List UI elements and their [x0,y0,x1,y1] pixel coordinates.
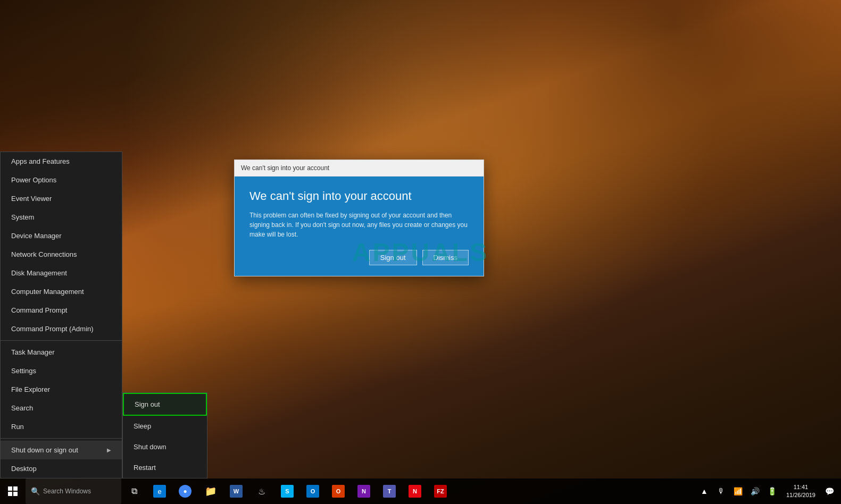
context-menu-item-shut-down-sign-out[interactable]: Shut down or sign out ▶ [1,441,122,459]
teams-icon: T [383,485,396,498]
context-menu-item-settings[interactable]: Settings [1,362,122,380]
dialog-body-text: This problem can often be fixed by signi… [249,211,469,239]
context-menu: Apps and Features Power Options Event Vi… [0,152,122,478]
office-icon: O [332,485,345,498]
context-menu-item-apps-features[interactable]: Apps and Features [1,152,122,171]
taskbar-search[interactable]: 🔍 Search Windows [26,478,121,504]
submenu-item-restart[interactable]: Restart [123,457,207,478]
windows-logo-icon [8,486,18,496]
system-clock[interactable]: 11:41 11/26/2019 [782,483,820,500]
word-icon: W [230,485,243,498]
desktop: We can't sign into your account We can't… [0,0,841,504]
outlook-icon: O [306,485,319,498]
context-menu-item-command-prompt-admin[interactable]: Command Prompt (Admin) [1,320,122,338]
filezilla-icon: FZ [434,485,447,498]
taskbar-word[interactable]: W [223,478,249,504]
clock-date: 11/26/2019 [786,491,815,499]
tray-battery[interactable]: 🔋 [765,484,780,499]
context-menu-item-power-options[interactable]: Power Options [1,171,122,189]
dialog-titlebar: We can't sign into your account [235,160,484,177]
submenu-item-sign-out[interactable]: Sign out [123,393,207,416]
context-menu-item-computer-management[interactable]: Computer Management [1,282,122,301]
taskbar-teams[interactable]: T [377,478,402,504]
taskbar-netflix[interactable]: N [402,478,428,504]
context-menu-item-command-prompt[interactable]: Command Prompt [1,301,122,320]
action-center[interactable]: 💬 [822,484,837,499]
taskbar-explorer[interactable]: 📁 [198,478,223,504]
context-menu-item-desktop[interactable]: Desktop [1,459,122,478]
dismiss-button[interactable]: Dismiss [422,250,469,265]
skype-icon: S [281,485,294,498]
context-menu-item-file-explorer[interactable]: File Explorer [1,380,122,399]
tray-microphone[interactable]: 🎙 [714,484,729,499]
system-tray: ▲ 🎙 📶 🔊 🔋 11:41 11/26/2019 💬 [693,483,841,500]
tray-show-hidden[interactable]: ▲ [697,484,712,499]
taskbar-skype[interactable]: S [274,478,300,504]
tray-network[interactable]: 📶 [731,484,746,499]
taskbar: 🔍 Search Windows ⧉ e ● 📁 W ♨ S O O [0,478,841,504]
tray-volume[interactable]: 🔊 [748,484,763,499]
context-menu-item-run[interactable]: Run [1,417,122,436]
dialog-title: We can't sign into your account [249,189,469,203]
taskbar-onenote[interactable]: N [351,478,377,504]
steam-icon: ♨ [255,485,268,498]
taskbar-chrome[interactable]: ● [172,478,198,504]
taskbar-office[interactable]: O [326,478,351,504]
submenu-item-sleep[interactable]: Sleep [123,416,207,436]
taskbar-edge[interactable]: e [147,478,172,504]
file-explorer-icon: 📁 [204,485,217,498]
context-menu-item-event-viewer[interactable]: Event Viewer [1,189,122,208]
context-menu-item-disk-management[interactable]: Disk Management [1,264,122,282]
dialog-titlebar-text: We can't sign into your account [241,164,329,172]
clock-time: 11:41 [794,483,809,491]
separator-2 [1,438,122,439]
context-menu-item-network-connections[interactable]: Network Connections [1,245,122,264]
context-menu-item-search[interactable]: Search [1,399,122,417]
context-menu-item-device-manager[interactable]: Device Manager [1,226,122,245]
submenu: Sign out Sleep Shut down Restart [122,392,207,478]
task-view-icon: ⧉ [131,486,137,496]
dialog-body: We can't sign into your account This pro… [235,177,484,276]
submenu-arrow-icon: ▶ [107,447,111,453]
dialog-buttons: Sign out Dismiss [249,250,469,265]
onenote-icon: N [357,485,370,498]
taskbar-outlook[interactable]: O [300,478,326,504]
context-menu-item-task-manager[interactable]: Task Manager [1,343,122,362]
search-icon: 🔍 [31,487,40,495]
submenu-item-shut-down[interactable]: Shut down [123,436,207,457]
search-placeholder: Search Windows [43,488,91,495]
task-view-button[interactable]: ⧉ [121,478,147,504]
sign-out-button[interactable]: Sign out [369,250,417,265]
taskbar-steam[interactable]: ♨ [249,478,274,504]
netflix-icon: N [409,485,421,498]
context-menu-item-system[interactable]: System [1,208,122,226]
start-button[interactable] [0,478,26,504]
edge-icon: e [153,485,166,498]
taskbar-filezilla[interactable]: FZ [428,478,453,504]
separator-1 [1,340,122,341]
dialog: We can't sign into your account We can't… [234,159,484,276]
chrome-icon: ● [179,485,191,498]
